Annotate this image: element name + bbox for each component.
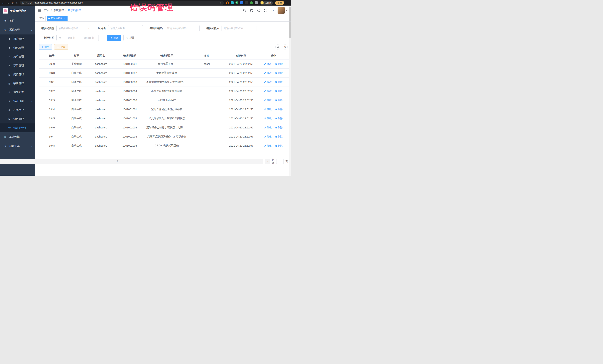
- sidebar-item-devtools[interactable]: ⚒ 研发工具 ▾: [0, 142, 35, 151]
- sidebar-item-online[interactable]: ◎ 在线用户: [0, 106, 35, 115]
- table-toolbar: + 新增 导出 ↻: [39, 44, 289, 50]
- edit-link[interactable]: 修改: [264, 99, 272, 102]
- edit-link[interactable]: 修改: [264, 71, 272, 75]
- next-page-button[interactable]: ›: [265, 159, 270, 164]
- fullscreen-icon[interactable]: [264, 9, 267, 12]
- browser-menu-icon[interactable]: ⋮: [286, 1, 289, 4]
- chevron-down-icon[interactable]: ▾: [286, 9, 287, 12]
- sidebar-item-menu[interactable]: ≡ 菜单管理: [0, 52, 35, 61]
- error-type-select[interactable]: 请选择错误码类型 ▾: [56, 25, 91, 31]
- extensions-puzzle-icon[interactable]: [255, 1, 258, 4]
- scrollbar[interactable]: [289, 6, 291, 176]
- delete-link[interactable]: 删除: [275, 135, 283, 138]
- bookmark-star-icon[interactable]: ☆: [219, 1, 221, 4]
- sidebar-item-notice[interactable]: ✉ 通知公告: [0, 88, 35, 97]
- add-button[interactable]: + 新增: [39, 44, 52, 50]
- edit-link[interactable]: 修改: [264, 117, 272, 120]
- scrollbar-thumb[interactable]: [289, 7, 291, 38]
- extension-icon[interactable]: [226, 1, 229, 4]
- error-code-input[interactable]: [165, 25, 200, 31]
- filter-error-type: 错误码类型 请选择错误码类型 ▾: [39, 25, 91, 31]
- cell-id: 3941: [39, 78, 65, 87]
- cell-code: 1001001005: [114, 141, 145, 150]
- delete-link[interactable]: 删除: [275, 126, 283, 129]
- sidebar-item-user[interactable]: ♟ 用户管理: [0, 34, 35, 43]
- edit-link[interactable]: 修改: [264, 108, 272, 111]
- end-date-placeholder[interactable]: 结束日期: [81, 36, 97, 39]
- sidebar-item-audit[interactable]: ✎ 审计日志 ▾: [0, 97, 35, 106]
- delete-link[interactable]: 删除: [275, 89, 283, 93]
- back-icon[interactable]: ←: [2, 1, 4, 4]
- filter-error-hint: 错误码提示: [206, 25, 256, 31]
- sidebar-item-infra[interactable]: ▦ 基础设施 ▾: [0, 132, 35, 142]
- start-date-placeholder[interactable]: 开始日期: [62, 36, 78, 39]
- delete-link[interactable]: 删除: [275, 144, 283, 147]
- reload-icon[interactable]: ↻: [12, 1, 14, 4]
- sidebar-item-post[interactable]: ▤ 岗位管理: [0, 70, 35, 79]
- column-header-2: 应用名: [88, 52, 114, 59]
- error-hint-input[interactable]: [221, 25, 256, 31]
- page-button-8[interactable]: 8: [0, 159, 263, 164]
- sidebar-item-dict[interactable]: ▥ 字典管理: [0, 79, 35, 88]
- sidebar-item-sms[interactable]: ▣ 短信管理 ▾: [0, 115, 35, 123]
- search-button[interactable]: 搜索: [107, 35, 121, 41]
- delete-link[interactable]: 删除: [275, 117, 283, 120]
- edit-link[interactable]: 修改: [264, 89, 272, 93]
- font-size-icon[interactable]: T: [271, 9, 274, 12]
- extension-icon[interactable]: [240, 1, 243, 4]
- plus-icon: +: [42, 46, 43, 48]
- delete-link[interactable]: 删除: [275, 99, 283, 102]
- menu-icon: ≡: [8, 55, 11, 58]
- toggle-search-button[interactable]: [275, 44, 280, 49]
- column-header-5: 备注: [188, 52, 225, 59]
- forward-icon[interactable]: →: [7, 1, 9, 4]
- reset-button[interactable]: ↻ 重置: [123, 35, 137, 41]
- sidebar-item-role[interactable]: ♟ 角色管理: [0, 43, 35, 52]
- search-icon[interactable]: [243, 9, 246, 12]
- tab-home[interactable]: 首页: [38, 16, 46, 21]
- sidebar-item-errorcode[interactable]: </> 错误码管理: [0, 123, 35, 132]
- github-icon[interactable]: [250, 9, 254, 12]
- delete-link[interactable]: 删除: [275, 80, 283, 84]
- close-icon[interactable]: ×: [63, 17, 66, 20]
- cell-hint: 定时任务不存在: [145, 96, 188, 105]
- edit-link[interactable]: 修改: [264, 62, 272, 66]
- address-bar[interactable]: ⚠ 不安全 dashboard.yudao.iocoder.cn/system/…: [20, 1, 224, 5]
- breadcrumb-item-1[interactable]: 系统管理: [53, 9, 68, 12]
- user-avatar[interactable]: [278, 7, 285, 14]
- hamburger-icon[interactable]: [38, 9, 41, 12]
- create-time-range[interactable]: 开始日期 - 结束日期: [56, 35, 99, 41]
- help-icon[interactable]: ?: [257, 9, 260, 12]
- goto-page-input[interactable]: [276, 159, 284, 164]
- home-icon[interactable]: ⌂: [16, 1, 17, 4]
- delete-link[interactable]: 删除: [275, 62, 283, 66]
- sidebar-item-home[interactable]: ◉ 首页: [0, 16, 35, 25]
- url-text[interactable]: dashboard.yudao.iocoder.cn/system/error-…: [35, 1, 83, 4]
- extension-icon[interactable]: [231, 1, 234, 4]
- browser-update-button[interactable]: 更新: [275, 1, 284, 5]
- main-area: 首页系统管理错误码管理 ? T ▾: [35, 6, 291, 176]
- table-row: 3944 自动生成 dashboard 1001001001 定时任务的处理器已…: [39, 105, 289, 114]
- profile-paused-chip[interactable]: 已暂停: [260, 1, 273, 5]
- security-label[interactable]: 不安全: [25, 1, 32, 4]
- app-name-input[interactable]: [108, 25, 143, 31]
- cell-hint: 参数配置不存在: [145, 59, 188, 69]
- edit-link[interactable]: 修改: [264, 126, 272, 129]
- sidebar-item-dept[interactable]: ⊞ 部门管理: [0, 61, 35, 70]
- cell-type: 手动编辑: [65, 59, 88, 69]
- refresh-table-button[interactable]: ↻: [283, 44, 288, 49]
- cell-actions: 修改 删除: [257, 59, 289, 69]
- extension-icon[interactable]: V: [235, 1, 238, 4]
- tab-error-code[interactable]: 错误码管理×: [47, 16, 68, 21]
- sidebar-item-system[interactable]: ⚙ 系统管理 ▴: [0, 25, 35, 34]
- delete-link[interactable]: 删除: [275, 71, 283, 75]
- breadcrumb-item-0[interactable]: 首页: [44, 9, 53, 12]
- extension-icon[interactable]: on: [245, 1, 248, 4]
- pagination: 共 76 条 10条/页 ▾ ‹ 123456•••8 › 前往 页: [39, 157, 289, 166]
- edit-link[interactable]: 修改: [264, 135, 272, 138]
- edit-link[interactable]: 修改: [264, 144, 272, 147]
- delete-link[interactable]: 删除: [275, 108, 283, 111]
- extension-icon[interactable]: [250, 1, 253, 4]
- edit-link[interactable]: 修改: [264, 80, 272, 84]
- export-button[interactable]: 导出: [54, 44, 68, 50]
